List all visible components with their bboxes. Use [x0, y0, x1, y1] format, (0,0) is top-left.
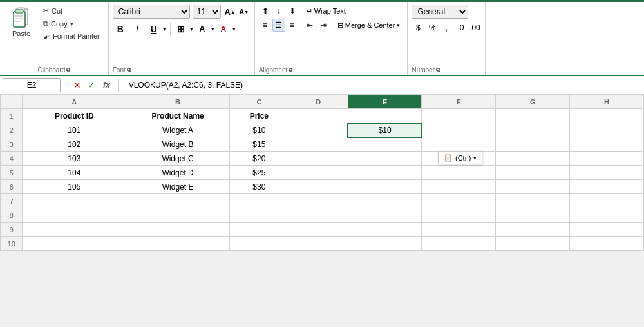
cell-8-F[interactable]: [422, 208, 496, 223]
underline-button[interactable]: U: [146, 21, 162, 37]
cell-1-E[interactable]: [348, 109, 422, 123]
merge-center-button[interactable]: ⊟ Merge & Center ▾: [334, 19, 404, 32]
decrease-font-button[interactable]: A▼: [238, 5, 251, 18]
increase-decimal-button[interactable]: .0: [454, 21, 467, 34]
cell-6-A[interactable]: 105: [23, 180, 126, 194]
cell-4-G[interactable]: [496, 152, 570, 166]
cell-5-A[interactable]: 104: [23, 166, 126, 180]
cell-8-A[interactable]: [23, 208, 126, 223]
cell-5-E[interactable]: [348, 166, 422, 180]
cell-6-G[interactable]: [496, 180, 570, 194]
col-header-G[interactable]: G: [496, 95, 570, 109]
cell-2-G[interactable]: [496, 123, 570, 137]
clipboard-expand-icon[interactable]: ⧉: [66, 66, 70, 74]
cell-9-E[interactable]: [348, 223, 422, 237]
cell-3-F[interactable]: [422, 137, 496, 152]
cell-6-E[interactable]: [348, 180, 422, 194]
cell-8-H[interactable]: [570, 208, 644, 223]
cancel-formula-button[interactable]: ✕: [71, 79, 83, 91]
cell-7-E[interactable]: [348, 194, 422, 208]
cell-10-E[interactable]: [348, 237, 422, 251]
formula-input[interactable]: [124, 78, 641, 92]
align-top-button[interactable]: ⬆: [259, 5, 272, 17]
cell-7-A[interactable]: [23, 194, 126, 208]
comma-button[interactable]: ,: [440, 21, 453, 34]
decrease-decimal-button[interactable]: .00: [468, 21, 481, 34]
number-format-select[interactable]: General: [412, 5, 468, 19]
italic-button[interactable]: I: [129, 21, 145, 37]
percent-button[interactable]: %: [426, 21, 439, 34]
col-header-E[interactable]: E: [348, 95, 422, 109]
cell-7-H[interactable]: [570, 194, 644, 208]
underline-dropdown[interactable]: ▾: [163, 26, 166, 32]
cell-9-H[interactable]: [570, 223, 644, 237]
fill-color-button[interactable]: A: [194, 21, 210, 37]
cell-5-C[interactable]: $25: [229, 166, 289, 180]
copy-button[interactable]: ⧉ Copy ▾: [40, 17, 103, 30]
cell-7-G[interactable]: [496, 194, 570, 208]
paste-tooltip-dropdown[interactable]: ▾: [473, 155, 477, 161]
currency-button[interactable]: $: [412, 21, 424, 34]
cell-6-D[interactable]: [289, 180, 348, 194]
cell-4-E[interactable]: [348, 152, 422, 166]
cell-4-H[interactable]: [570, 152, 644, 166]
cell-3-B[interactable]: Widget B: [126, 137, 230, 152]
cell-5-B[interactable]: Widget D: [126, 166, 230, 180]
cell-5-D[interactable]: [289, 166, 348, 180]
cell-6-B[interactable]: Widget E: [126, 180, 230, 194]
col-header-H[interactable]: H: [570, 95, 644, 109]
cell-10-F[interactable]: [422, 237, 496, 251]
cell-1-F[interactable]: [422, 109, 496, 123]
cell-7-F[interactable]: [422, 194, 496, 208]
cell-6-C[interactable]: $30: [229, 180, 289, 194]
font-color-dropdown[interactable]: ▾: [232, 26, 236, 32]
font-name-select[interactable]: Calibri: [113, 5, 190, 19]
cell-10-H[interactable]: [570, 237, 644, 251]
cell-4-C[interactable]: $20: [229, 152, 289, 166]
align-bottom-button[interactable]: ⬇: [286, 5, 299, 17]
cell-10-A[interactable]: [23, 237, 126, 251]
cell-3-E[interactable]: [348, 137, 422, 152]
increase-font-button[interactable]: A▲: [223, 5, 236, 18]
cell-10-B[interactable]: [126, 237, 230, 251]
increase-indent-button[interactable]: ⇥: [317, 19, 330, 32]
decrease-indent-button[interactable]: ⇤: [303, 19, 316, 32]
cell-1-G[interactable]: [496, 109, 570, 123]
align-middle-button[interactable]: ↕: [272, 5, 285, 17]
cell-2-B[interactable]: Widget A: [126, 123, 230, 137]
cell-6-H[interactable]: [570, 180, 644, 194]
insert-function-button[interactable]: fx: [100, 79, 113, 92]
format-painter-button[interactable]: 🖌 Format Painter: [40, 30, 103, 42]
cell-1-D[interactable]: [289, 109, 348, 123]
cell-9-B[interactable]: [126, 223, 230, 237]
cell-8-B[interactable]: [126, 208, 230, 223]
cell-5-H[interactable]: [570, 166, 644, 180]
col-header-C[interactable]: C: [229, 95, 289, 109]
number-expand-icon[interactable]: ⧉: [436, 66, 440, 74]
col-header-B[interactable]: B: [126, 95, 230, 109]
cell-7-C[interactable]: [229, 194, 289, 208]
cell-7-B[interactable]: [126, 194, 230, 208]
cell-5-F[interactable]: [422, 166, 496, 180]
cell-5-G[interactable]: [496, 166, 570, 180]
col-header-D[interactable]: D: [289, 95, 348, 109]
alignment-expand-icon[interactable]: ⧉: [289, 66, 292, 74]
cell-8-D[interactable]: [289, 208, 348, 223]
font-expand-icon[interactable]: ⧉: [127, 66, 131, 74]
cell-3-H[interactable]: [570, 137, 644, 152]
cell-9-G[interactable]: [496, 223, 570, 237]
cell-1-C[interactable]: Price: [229, 109, 289, 123]
bold-button[interactable]: B: [113, 21, 128, 37]
cell-2-C[interactable]: $10: [229, 123, 289, 137]
merge-dropdown[interactable]: ▾: [397, 22, 400, 28]
cell-2-E[interactable]: $10: [348, 123, 422, 137]
cell-1-B[interactable]: Product Name: [126, 109, 230, 123]
cell-4-B[interactable]: Widget C: [126, 152, 230, 166]
cell-2-F[interactable]: [422, 123, 496, 137]
cell-2-D[interactable]: [289, 123, 348, 137]
cell-10-G[interactable]: [496, 237, 570, 251]
cell-2-H[interactable]: [570, 123, 644, 137]
col-header-F[interactable]: F: [422, 95, 496, 109]
align-right-button[interactable]: ≡: [286, 19, 299, 32]
cell-3-A[interactable]: 102: [23, 137, 126, 152]
